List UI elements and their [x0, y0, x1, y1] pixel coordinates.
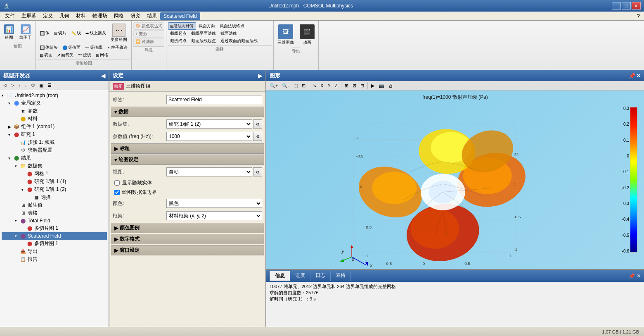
tree-item-global[interactable]: ▾ ⬤ 全局定义 — [2, 99, 107, 107]
zoom-box-button[interactable]: ⬚ — [292, 82, 299, 89]
tree-item-step1[interactable]: 📊 步骤 1: 频域 — [2, 138, 107, 146]
view-edit-button[interactable]: ⚙ — [253, 167, 262, 176]
plane-normal-button[interactable]: 截线平面法线 — [189, 30, 218, 37]
graphics-pin[interactable]: 📌 — [629, 73, 635, 79]
minimize-button[interactable]: ─ — [612, 2, 621, 10]
tree-item-materials[interactable]: ⬤ 材料 — [2, 115, 107, 123]
param-edit-button[interactable]: ⚙ — [253, 132, 262, 141]
nav-up[interactable]: ↑ — [17, 82, 22, 89]
filter-button[interactable]: 🔽 过滤器 — [133, 38, 164, 45]
label-input[interactable] — [166, 95, 262, 104]
zoom-out-button[interactable]: 🔍- — [280, 82, 291, 89]
tree-item-table[interactable]: ⊞ 表格 — [2, 209, 107, 217]
menu-materials[interactable]: 材料 — [73, 12, 89, 20]
tree-item-sol1[interactable]: ⬤ 研究 1/解 1 (1) — [2, 178, 107, 186]
add-arrow-button[interactable]: ➡线上箭头 — [83, 22, 108, 44]
tree-item-mesh1[interactable]: ⬤ 网格 1 — [2, 170, 107, 178]
normal-compute-button[interactable]: ⊞ 沿法向计算 — [168, 22, 196, 30]
param-select[interactable]: 1000 — [166, 132, 252, 141]
window-settings-section[interactable]: ▶ 窗口设定 — [111, 245, 264, 255]
print-button[interactable]: 🖨 — [387, 82, 395, 89]
add-line-button[interactable]: 📏线 — [69, 22, 83, 44]
play-button[interactable]: ▶ — [369, 82, 376, 89]
add-isosurface-button[interactable]: 🔵等值面 — [60, 44, 83, 51]
color-select[interactable]: 黑色 — [166, 199, 262, 208]
dataset-edit-button[interactable]: ⚙ — [253, 119, 262, 129]
export-3d-button[interactable]: 🖼 三维图像 — [275, 23, 296, 47]
nav-down[interactable]: ↓ — [23, 82, 29, 89]
deform-button[interactable]: ↕ 变形 — [133, 30, 164, 38]
data-section-header[interactable]: ▾ 数据 — [111, 107, 264, 117]
menu-define[interactable]: 定义 — [40, 12, 56, 20]
tab-info[interactable]: 信息 — [270, 271, 290, 281]
add-surface-arrow-button[interactable]: ↗面箭矢 — [55, 51, 76, 59]
draw-button[interactable]: 📊 绘图 — [2, 23, 17, 42]
view-x-button[interactable]: X — [319, 82, 325, 89]
nav-settings[interactable]: ⚙ — [29, 82, 37, 89]
add-slice-button[interactable]: ⊟切片 — [52, 22, 69, 44]
nav-options[interactable]: ☰ — [46, 82, 53, 89]
tree-item-scattered-slice[interactable]: ⬤ 多切片图 1 — [2, 240, 107, 248]
snapshot-button[interactable]: 📷 — [377, 82, 386, 89]
section-direction-button[interactable]: 截面方向 — [197, 22, 217, 30]
plot-settings-section-header[interactable]: ▾ 绘图设定 — [111, 155, 264, 165]
add-particle-button[interactable]: ⚬粒子轨迹 — [105, 44, 130, 51]
settings-collapse[interactable]: ▶ — [258, 73, 262, 79]
tab-progress[interactable]: 进度 — [290, 271, 310, 281]
tree-item-root[interactable]: ▾ 📄 Untitled2.mph (root) — [2, 92, 107, 99]
tree-item-component[interactable]: ▶ 📦 组件 1 (comp1) — [2, 123, 107, 131]
tree-item-solver[interactable]: ⚙ 求解器配置 — [2, 146, 107, 154]
tab-log[interactable]: 日志 — [310, 271, 331, 281]
menu-results[interactable]: 结果 — [144, 12, 160, 20]
add-contour-button[interactable]: 〰等值线 — [83, 44, 104, 51]
add-mesh-button[interactable]: ⊞网格 — [94, 51, 110, 59]
section-normal-start-button[interactable]: 截面法线起点 — [189, 37, 218, 45]
view-mode-3[interactable]: ⊟ — [359, 82, 366, 89]
line-start-button[interactable]: 截线起点 — [168, 30, 189, 37]
tree-item-sol2[interactable]: ▾ ⬤ 研究 1/解 1 (2) — [2, 186, 107, 193]
view-mode-2[interactable]: ⊠ — [351, 82, 358, 89]
menu-study[interactable]: 研究 — [127, 12, 144, 20]
menu-scattered-field[interactable]: Scattered Field — [160, 12, 200, 20]
tree-item-total-slice[interactable]: ⬤ 多切片图 1 — [2, 224, 107, 232]
tree-item-scattered-field[interactable]: ▾ ⬤ Scattered Field — [2, 232, 107, 240]
line-end-button[interactable]: 截线终点 — [168, 37, 189, 45]
section-end-button[interactable]: 截面法线终点 — [218, 22, 246, 30]
close-button[interactable]: ✕ — [632, 2, 641, 10]
tree-item-params[interactable]: π 参数 — [2, 107, 107, 115]
nav-forward[interactable]: ▷ — [9, 82, 16, 89]
tab-table[interactable]: 表格 — [331, 271, 351, 281]
info-close[interactable]: ✕ — [637, 273, 641, 279]
through-surface-button[interactable]: 通过表面的截面法线 — [218, 37, 260, 45]
zoom-fit-button[interactable]: ⊡ — [300, 82, 307, 89]
tree-item-report[interactable]: 📋 报告 — [2, 255, 107, 263]
frame-select[interactable]: 材料框架 (x, y, z) — [166, 211, 262, 220]
graphics-close[interactable]: ✕ — [636, 73, 641, 79]
nav-view[interactable]: ▣ — [38, 82, 45, 89]
tree-item-results[interactable]: ▾ ⬤ 结果 — [2, 154, 107, 162]
help-button[interactable]: ? — [634, 12, 642, 20]
add-streamline-button[interactable]: 〜流线 — [76, 51, 93, 59]
add-volume-arrow-button[interactable]: 🔲体箭矢 — [38, 44, 60, 51]
section-normal-button[interactable]: 截面法线 — [218, 30, 239, 37]
color-legend-section[interactable]: ▶ 颜色图例 — [111, 223, 264, 233]
export-animation-button[interactable]: 🎬 动画 — [298, 23, 317, 47]
show-boundary-checkbox[interactable] — [114, 190, 120, 195]
more-plots-button[interactable]: ⋯ 更多绘图 — [109, 22, 129, 44]
tree-item-export[interactable]: 📤 导出 — [2, 248, 107, 255]
tree-item-selection[interactable]: ▦ 选择 — [2, 193, 107, 201]
view-3d-button[interactable]: ↘ — [311, 82, 318, 89]
view-y-button[interactable]: Y — [326, 82, 332, 89]
tree-item-derived[interactable]: ⊞ 派生值 — [2, 201, 107, 209]
tree-item-study[interactable]: ▾ ⬤ 研究 1 — [2, 131, 107, 138]
add-volume-button[interactable]: 🔲体 — [38, 22, 52, 44]
menu-mesh[interactable]: 网格 — [111, 12, 127, 20]
tree-item-datasets[interactable]: ▾ 📁 数据集 — [2, 162, 107, 170]
left-panel-collapse[interactable]: ◀ — [101, 73, 105, 79]
view-mode-1[interactable]: ⊞ — [343, 82, 350, 89]
maximize-button[interactable]: □ — [622, 2, 631, 10]
menu-geometry[interactable]: 几何 — [56, 12, 73, 20]
dataset-select[interactable]: 研究 1/解 1 (2) — [166, 119, 252, 129]
view-z-button[interactable]: Z — [333, 82, 339, 89]
graphics-area[interactable]: freq(1)=1000 散射声压级 (Pa) — [266, 91, 644, 269]
